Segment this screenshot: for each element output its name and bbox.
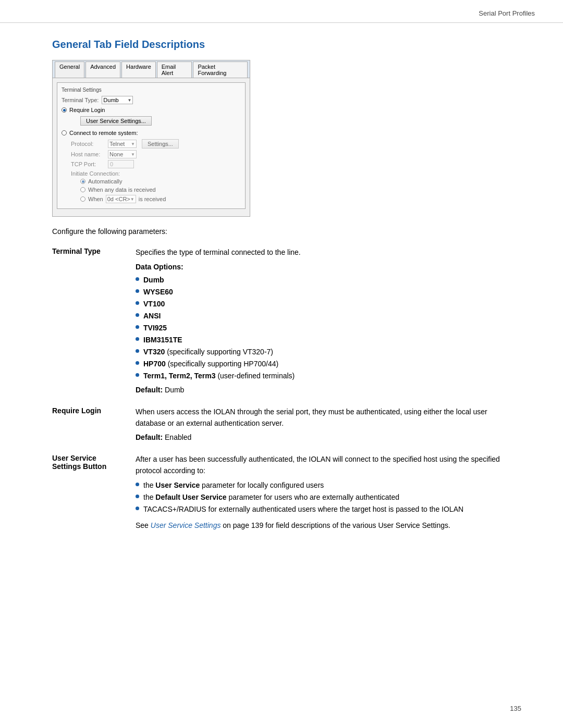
tab-general[interactable]: General [55,61,84,78]
user-service-list: the User Service parameter for locally c… [136,480,511,515]
user-service-settings-link[interactable]: User Service Settings [151,521,221,529]
protocol-arrow: ▼ [131,142,135,146]
terminal-type-intro: Specifies the type of terminal connected… [136,248,301,256]
terminal-type-row: Terminal Type: Dumb ▼ [62,96,241,104]
bullet-icon [136,495,139,498]
table-row: User ServiceSettings Button After a user… [52,451,511,538]
footer-text-prefix: See [136,521,151,529]
user-service-btn-row: User Service Settings... [62,116,241,126]
table-row: Terminal Type Specifies the type of term… [52,244,511,403]
def-require-login: When users access the IOLAN through the … [136,403,511,451]
when-label: When [88,196,103,202]
configure-text: Configure the following parameters: [52,227,511,236]
tcp-port-row: TCP Port: 0 [62,160,241,168]
protocol-value: Telnet [109,141,125,147]
bullet-icon [136,337,139,341]
terminal-settings-group: Terminal Settings Terminal Type: Dumb ▼ … [57,82,246,209]
terminal-type-arrow: ▼ [127,98,131,103]
bullet-icon [136,373,139,377]
when-value: 0d <CR> [107,196,130,202]
item-text: Dumb [143,275,164,286]
list-item: WYSE60 [136,287,511,298]
is-received-label: is received [139,196,166,202]
host-name-arrow: ▼ [131,152,135,157]
require-login-label: Require Login [69,107,105,113]
tab-email-alert[interactable]: Email Alert [157,61,192,78]
auto-row: Automatically [80,178,241,184]
item-text: WYSE60 [143,287,173,298]
bullet-icon [136,507,139,510]
list-item: the User Service parameter for locally c… [136,480,511,491]
list-item: TACACS+/RADIUS for externally authentica… [136,504,511,515]
bullet-icon [136,313,139,317]
initiate-connection-section: Initiate Connection: Automatically When … [62,170,241,203]
dialog-mockup: General Advanced Hardware Email Alert Pa… [52,60,250,217]
when-radio[interactable] [80,196,85,202]
main-content: General Tab Field Descriptions General A… [0,23,563,570]
list-item: Term1, Term2, Term3 (user-defined termin… [136,371,511,381]
when-data-label: When any data is received [88,187,156,193]
item-text: HP700 (specifically supporting HP700/44) [143,359,278,369]
when-data-radio[interactable] [80,187,85,192]
connect-remote-radio[interactable] [62,130,67,135]
when-select[interactable]: 0d <CR> ▼ [106,195,136,203]
host-name-value: None [109,151,123,157]
initiate-options: Automatically When any data is received … [71,178,241,203]
user-service-footer: See User Service Settings on page 139 fo… [136,520,511,532]
list-item: ANSI [136,311,511,322]
list-item: the Default User Service parameter for u… [136,492,511,503]
data-options-list: Dumb WYSE60 VT100 ANSI TVI925 IBM3151TE … [136,275,511,381]
list-item: VT320 (specifically supporting VT320-7) [136,347,511,357]
def-terminal-type: Specifies the type of terminal connected… [136,244,511,403]
footer-page-ref: on page 139 [221,521,263,529]
when-arrow: ▼ [130,197,134,202]
protocol-select[interactable]: Telnet ▼ [108,140,137,148]
item-text: TACACS+/RADIUS for externally authentica… [143,504,463,515]
description-table: Terminal Type Specifies the type of term… [52,244,511,538]
tab-hardware[interactable]: Hardware [121,61,156,78]
bullet-icon [136,277,139,281]
data-options-label: Data Options: [136,262,511,273]
require-login-radio[interactable] [62,107,67,113]
terminal-type-value: Dumb [103,97,118,103]
item-text: the Default User Service parameter for u… [143,492,399,503]
list-item: HP700 (specifically supporting HP700/44) [136,359,511,369]
item-text: TVI925 [143,323,167,334]
bullet-icon [136,483,139,486]
terminal-type-select[interactable]: Dumb ▼ [102,96,133,104]
terminal-type-label: Terminal Type: [62,97,99,103]
tab-packet-forwarding[interactable]: Packet Forwarding [193,61,248,78]
auto-label: Automatically [88,178,122,184]
list-item: VT100 [136,299,511,310]
term-require-login: Require Login [52,403,136,451]
term-user-service: User ServiceSettings Button [52,451,136,538]
group-label: Terminal Settings [62,87,241,93]
header-text: Serial Port Profiles [479,9,535,17]
page-header: Serial Port Profiles [0,0,563,23]
item-text: ANSI [143,311,161,322]
auto-radio[interactable] [80,179,85,184]
connect-remote-row: Connect to remote system: [62,130,241,136]
settings-button[interactable]: Settings... [142,139,179,149]
item-text: VT320 (specifically supporting VT320-7) [143,347,273,357]
bullet-icon [136,361,139,365]
initiate-label: Initiate Connection: [71,170,241,177]
footer-rest: for field descriptions of the various Us… [263,521,450,529]
bullet-icon [136,349,139,353]
item-text: Term1, Term2, Term3 (user-defined termin… [143,371,295,381]
require-login-row: Require Login [62,107,241,113]
host-name-row: Host name: None ▼ [62,150,241,158]
bullet-icon [136,289,139,293]
host-name-select[interactable]: None ▼ [108,150,137,158]
tcp-port-input[interactable]: 0 [108,160,134,168]
protocol-row: Protocol: Telnet ▼ Settings... [62,139,241,149]
connect-remote-label: Connect to remote system: [69,130,138,136]
terminal-type-default: Default: Dumb [136,385,511,396]
dialog-tabs: General Advanced Hardware Email Alert Pa… [53,60,250,78]
require-login-default: Default: Enabled [136,432,511,443]
item-text: the User Service parameter for locally c… [143,480,324,491]
table-row: Require Login When users access the IOLA… [52,403,511,451]
tab-advanced[interactable]: Advanced [85,61,120,78]
when-data-row: When any data is received [80,187,241,193]
user-service-settings-button[interactable]: User Service Settings... [80,116,152,126]
